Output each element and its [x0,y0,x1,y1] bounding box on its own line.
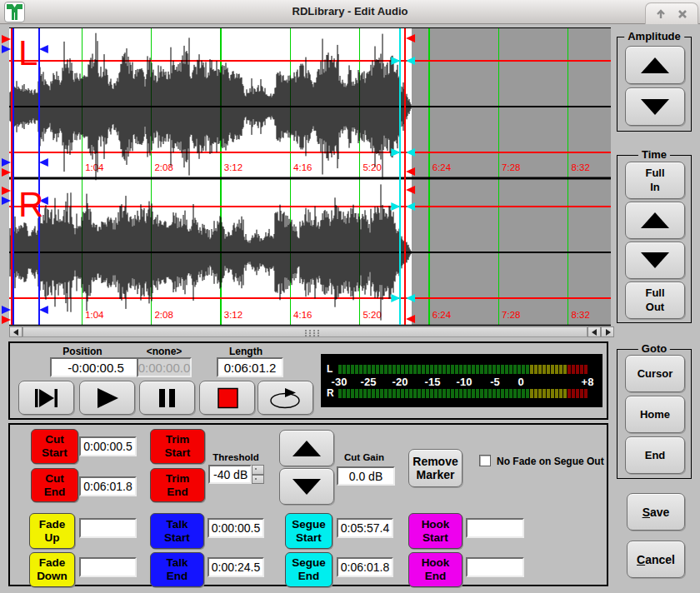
play-from-start-button[interactable] [18,381,74,415]
no-fade-checkbox[interactable] [479,455,491,466]
amplitude-down-button[interactable] [625,87,685,126]
goto-cursor-button[interactable]: Cursor [625,355,685,392]
position-label: Position [41,346,124,357]
cancel-button[interactable]: Cancel [627,541,685,578]
meter-segment [442,365,446,374]
waveform-scrollbar[interactable] [9,326,614,337]
time-full-in-button[interactable]: Full In [625,162,685,199]
hook-start-field [466,518,524,538]
transport-panel: Position -0:00:00.5 <none> 0:00:00.0 Len… [8,341,608,420]
window-title: RDLibrary - Edit Audio [0,0,700,23]
scroll-right-icon[interactable] [601,326,614,337]
time-label: 2:08 [154,162,172,172]
close-window-icon[interactable] [677,8,688,20]
meter-segment [547,365,550,374]
fade-up-button[interactable]: Fade Up [29,513,75,549]
meter-segment [576,365,579,374]
meter-segment [476,365,479,374]
save-button[interactable]: Save [627,493,685,531]
meter-scale-label: -20 [392,376,408,388]
shade-window-icon[interactable] [655,8,667,20]
meter-segment [530,365,533,374]
remove-marker-button[interactable]: Remove Marker [408,449,462,487]
meter-segment [568,389,571,398]
meter-segment [459,365,462,374]
threshold-spin-up-icon[interactable] [252,465,264,475]
scroll-left-icon[interactable] [9,326,22,337]
meter-segment [376,389,379,398]
meter-segment [568,365,571,374]
down-triangle-icon [641,252,669,268]
goto-home-button[interactable]: Home [625,396,685,433]
meter-segment [376,365,379,374]
time-label: 7:28 [502,162,520,172]
stop-button[interactable] [199,381,255,415]
meter-segment [451,389,454,398]
meter-segment [430,365,433,374]
loop-icon [268,386,304,410]
meter-segment [476,389,479,398]
trim-end-button[interactable]: Trim End [150,468,205,502]
meter-left-bar [338,365,588,374]
meter-segment [413,389,417,398]
amplitude-up-button[interactable] [625,46,685,84]
threshold-value[interactable]: -40 dB [208,465,252,484]
meter-segment [388,389,392,398]
meter-segment [538,389,542,398]
time-label: 7:28 [502,310,520,320]
scrollbar-handle[interactable] [22,326,588,337]
gain-up-button[interactable] [279,430,334,466]
trim-start-button[interactable]: Trim Start [150,429,205,464]
meter-segment [513,365,517,374]
time-label: 1:04 [85,162,104,172]
meter-segment [342,365,346,374]
meter-segment [405,389,408,398]
threshold-spinbox[interactable]: -40 dB [208,465,264,484]
time-label: 3:12 [224,162,242,172]
meter-segment [563,389,567,398]
fade-down-button[interactable]: Fade Down [29,552,75,587]
pause-button[interactable] [139,381,195,415]
meter-segment [455,365,458,374]
meter-segment [488,389,492,398]
scroll-left-icon[interactable] [588,326,601,337]
time-group: Time Full In Full Out [617,155,692,323]
hook-start-button[interactable]: Hook Start [408,513,462,549]
waveform-display[interactable]: 1:042:083:124:165:206:247:288:321:042:08… [0,27,615,326]
hook-end-button[interactable]: Hook End [408,552,462,587]
meter-segment [509,389,512,398]
talk-start-button[interactable]: Talk Start [150,513,204,549]
meter-segment [351,365,354,374]
up-triangle-icon [641,57,669,73]
fade-up-field [79,518,137,538]
meter-segment [584,365,588,374]
meter-segment [380,389,383,398]
meter-scale-label: -5 [490,376,500,388]
time-full-out-button[interactable]: Full Out [625,282,685,319]
pause-icon [156,387,179,409]
meter-segment [572,365,575,374]
segue-end-button[interactable]: Segue End [285,552,332,587]
meter-segment [534,389,538,398]
meter-segment [434,365,438,374]
length-field: 0:06:01.2 [217,357,283,377]
cut-start-button[interactable]: Cut Start [31,429,78,464]
time-zoom-in-button[interactable] [625,202,685,239]
edit-audio-dialog: RDLibrary - Edit Audio 1:042:083:124:165… [0,0,700,593]
meter-segment [405,365,408,374]
meter-segment [555,389,558,398]
cut-end-button[interactable]: Cut End [31,468,78,502]
meter-segment [397,365,400,374]
threshold-spin-down-icon[interactable] [252,475,264,485]
waveform-out-of-audio-region [412,27,611,326]
meter-scale-label: -10 [457,376,472,388]
time-zoom-out-button[interactable] [625,242,685,279]
talk-end-button[interactable]: Talk End [150,552,204,587]
meter-segment [363,389,367,398]
segue-start-button[interactable]: Segue Start [285,513,332,549]
meter-segment [542,365,546,374]
gain-down-button[interactable] [279,468,334,505]
goto-end-button[interactable]: End [625,436,685,474]
loop-button[interactable] [258,381,313,415]
play-button[interactable] [79,381,135,415]
